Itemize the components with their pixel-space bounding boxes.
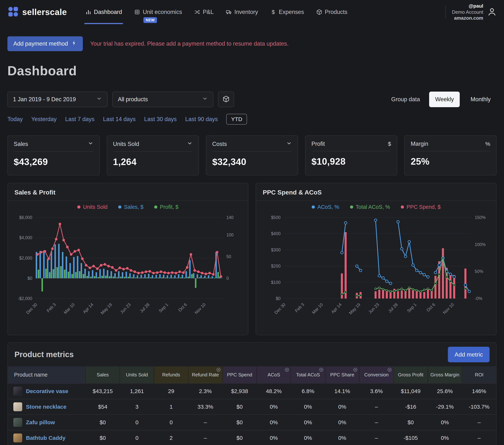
remove-column-icon[interactable] <box>319 368 324 374</box>
svg-text:Mar 10: Mar 10 <box>63 302 76 315</box>
remove-column-icon[interactable] <box>285 368 289 374</box>
product-metrics-table: Product nameSalesUnits SoldRefundsRefund… <box>8 366 496 445</box>
legend-dot <box>154 205 157 209</box>
metric-value: 25% <box>411 156 490 167</box>
metric-card-header: Margin% <box>411 141 490 147</box>
sales-profit-title: Sales & Profit <box>8 183 248 201</box>
divider <box>14 151 93 152</box>
column-header-sales: Sales <box>86 366 120 383</box>
quick-range-last-30-days[interactable]: Last 30 days <box>144 116 177 123</box>
legend-item-profit[interactable]: Profit, $ <box>154 204 179 210</box>
legend-item-ppc-spend[interactable]: PPC Spend, $ <box>401 204 441 210</box>
cell-total-acos: 0% <box>291 399 325 415</box>
nav-item-expenses[interactable]: $Expenses <box>270 0 304 24</box>
metric-card-header: Units Sold <box>113 141 193 148</box>
remove-column-icon[interactable] <box>353 368 358 374</box>
svg-text:-$2,000: -$2,000 <box>18 296 32 301</box>
remove-column-icon[interactable] <box>216 368 221 374</box>
quick-range-last-7-days[interactable]: Last 7 days <box>65 116 94 123</box>
legend-dot <box>350 205 353 209</box>
quick-range-ytd[interactable]: YTD <box>226 114 247 125</box>
metric-label: Costs <box>212 141 227 148</box>
cell-ppc-spend: $0 <box>223 430 257 445</box>
product-picker-button[interactable] <box>218 92 234 107</box>
legend-dot <box>77 205 80 209</box>
product-link-decorative-vase[interactable]: Decorative vase <box>26 388 68 394</box>
logo[interactable]: sellerscale <box>7 0 67 24</box>
svg-text:Dec 30: Dec 30 <box>25 302 38 315</box>
quick-range-last-90-days[interactable]: Last 90 days <box>185 116 218 123</box>
legend-item-total-acos[interactable]: Total ACoS, % <box>350 204 390 210</box>
metric-label: Profit <box>311 141 325 147</box>
table-row-zafu-pillow: Zafu pillow$000–$00%0%0%–$00%– <box>8 415 496 430</box>
svg-text:Oct 6: Oct 6 <box>425 302 436 313</box>
product-link-zafu-pillow[interactable]: Zafu pillow <box>26 419 55 426</box>
metric-card-header: Profit$ <box>311 141 391 147</box>
product-metrics-panel: Product metrics Add metric Product nameS… <box>7 342 497 445</box>
nav-item-pandl[interactable]: P&L <box>194 0 214 24</box>
remove-column-icon[interactable] <box>387 368 392 374</box>
legend-item-units-sold[interactable]: Units Sold <box>77 204 108 210</box>
chevron-down-icon[interactable] <box>286 141 292 148</box>
svg-text:$300: $300 <box>271 247 281 252</box>
cell-conversion: – <box>359 399 394 415</box>
add-payment-method-button[interactable]: Add payment method <box>7 36 83 51</box>
cell-total-acos: 0% <box>291 415 325 430</box>
user-icon[interactable] <box>487 7 497 17</box>
nav-item-label: Dashboard <box>94 9 122 15</box>
svg-text:$4,000: $4,000 <box>19 235 32 240</box>
svg-text:$500: $500 <box>271 215 281 220</box>
nav-item-label: Products <box>325 9 347 15</box>
svg-text:100: 100 <box>226 233 234 237</box>
truck-icon <box>226 9 232 15</box>
svg-text:$6,000: $6,000 <box>19 215 32 220</box>
ppc-acos-title: PPC Spend & ACoS <box>256 183 496 201</box>
legend-label: Total ACoS, % <box>356 204 390 210</box>
legend-item-sales[interactable]: Sales, $ <box>118 204 144 210</box>
nav-item-unit-economics[interactable]: Unit economicsNEW <box>134 0 182 24</box>
cell-sales: $0 <box>86 430 120 445</box>
dollar-glyph: $ <box>270 9 276 15</box>
group-monthly-button[interactable]: Monthly <box>465 92 497 107</box>
cell-conversion: – <box>359 415 394 430</box>
cell-gross-margin: 0% <box>428 430 462 445</box>
legend-label: Sales, $ <box>124 204 144 210</box>
cell-gross-profit: $11,049 <box>394 383 428 399</box>
cell-ppc-share: 0% <box>325 430 360 445</box>
product-thumbnail <box>13 402 22 411</box>
cell-refund-rate: 2.3% <box>188 383 223 399</box>
svg-text:Jul 28: Jul 28 <box>139 302 150 314</box>
product-link-stone-necklace[interactable]: Stone necklace <box>26 404 66 410</box>
quick-range-today[interactable]: Today <box>7 116 23 123</box>
quick-ranges: TodayYesterdayLast 7 daysLast 14 daysLas… <box>7 114 497 125</box>
svg-text:Dec 30: Dec 30 <box>273 302 287 315</box>
product-filter-select[interactable]: All products <box>112 92 213 107</box>
cell-refunds: 0 <box>154 415 188 430</box>
product-thumbnail <box>13 418 22 427</box>
nav-item-products[interactable]: Products <box>316 0 347 24</box>
nav-item-dashboard[interactable]: Dashboard <box>85 0 122 24</box>
add-metric-button[interactable]: Add metric <box>448 347 489 362</box>
metric-value: $43,269 <box>14 156 93 167</box>
svg-text:Sep 1: Sep 1 <box>158 302 169 313</box>
quick-range-yesterday[interactable]: Yesterday <box>31 116 57 123</box>
group-data-label: Group data <box>391 96 420 103</box>
dollar-glyph: $ <box>388 141 391 147</box>
main-nav: DashboardUnit economicsNEWP&LInventory$E… <box>85 0 347 24</box>
product-link-bathtub-caddy[interactable]: Bathtub Caddy <box>26 435 65 441</box>
column-header-gross-margin: Gross Margin <box>428 366 462 383</box>
legend-item-acos[interactable]: ACoS, % <box>312 204 339 210</box>
legend-label: ACoS, % <box>317 204 339 210</box>
svg-text:0: 0 <box>226 276 229 281</box>
date-range-select[interactable]: 1 Jan 2019 - 9 Dec 2019 <box>7 92 108 107</box>
brand-name: sellerscale <box>22 7 67 17</box>
group-weekly-button[interactable]: Weekly <box>429 92 460 107</box>
chevron-down-icon[interactable] <box>187 141 193 148</box>
cell-roi: 146% <box>462 383 496 399</box>
nav-item-inventory[interactable]: Inventory <box>226 0 258 24</box>
legend-label: Units Sold <box>83 204 108 210</box>
chevron-down-icon[interactable] <box>88 141 93 148</box>
column-header-conversion: Conversion <box>359 366 394 383</box>
svg-text:May 19: May 19 <box>348 302 361 315</box>
quick-range-last-14-days[interactable]: Last 14 days <box>103 116 136 123</box>
